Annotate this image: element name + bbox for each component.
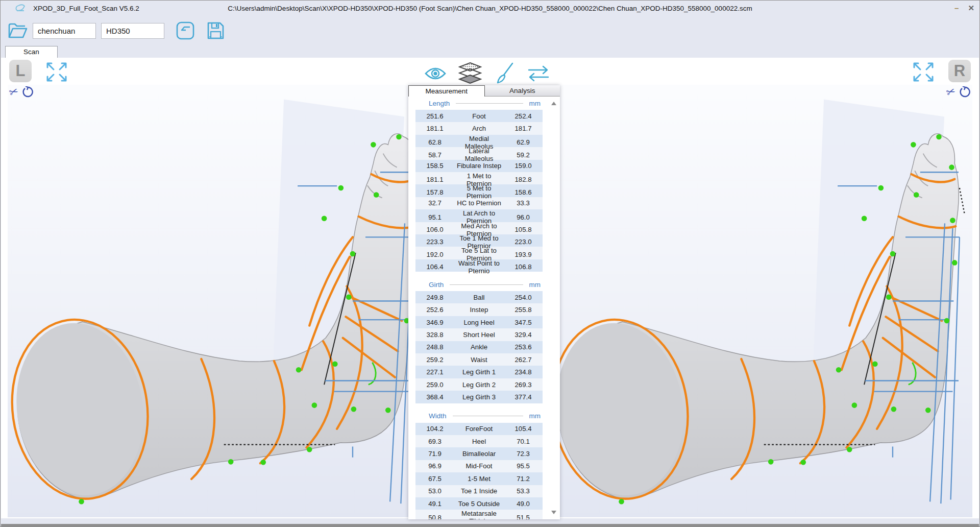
scan-file-icon [176, 21, 195, 40]
measurement-row[interactable]: 248.8Ankle253.6 [415, 341, 543, 353]
left-value: 50.8 [415, 514, 454, 519]
right-value: 181.7 [504, 125, 543, 132]
scroll-up-icon[interactable] [551, 102, 556, 105]
tab-measurement[interactable]: Measurement [408, 85, 485, 97]
right-value: 262.7 [504, 356, 543, 364]
left-value: 192.0 [415, 251, 454, 258]
girth-section: Girth mm 249.8Ball254.0252.6Instep255.83… [408, 279, 560, 403]
measurement-row[interactable]: 328.8Short Heel329.4 [415, 328, 543, 341]
measurement-row[interactable]: 69.3Heel70.1 [415, 435, 543, 447]
measurement-row[interactable]: 49.1Toe 5 Outside49.0 [415, 497, 543, 510]
left-value: 58.7 [415, 151, 454, 159]
measure-name: 5 Met to Pternion [454, 184, 504, 200]
measurement-row[interactable]: 252.6Instep255.8 [415, 303, 543, 316]
swap-arrows-icon [527, 65, 550, 82]
measure-name: Ankle [454, 343, 504, 351]
measurement-row[interactable]: 259.2Waist262.7 [415, 353, 543, 366]
toolbar [1, 16, 979, 45]
scissors-icon[interactable]: ✂ [8, 85, 20, 99]
measurement-row[interactable]: 227.1Leg Girth 1234.8 [415, 366, 543, 378]
measurement-row[interactable]: 192.0Toe 5 Lat to Pternion193.9 [415, 247, 543, 259]
measurement-row[interactable]: 71.9Bimalleolar72.3 [415, 447, 543, 460]
left-value: 157.8 [415, 188, 454, 196]
scroll-down-icon[interactable] [551, 511, 556, 514]
right-value: 234.8 [504, 368, 543, 376]
right-value: 252.4 [504, 112, 543, 120]
right-foot-model[interactable] [549, 85, 971, 517]
tab-analysis[interactable]: Analysis [485, 85, 560, 97]
close-button[interactable]: ✕ [968, 1, 974, 16]
save-button[interactable] [206, 21, 225, 40]
right-value: 106.8 [504, 263, 543, 271]
left-foot-model[interactable] [9, 85, 431, 517]
measurement-row[interactable]: 368.4Leg Girth 3377.4 [415, 391, 543, 403]
swap-button[interactable] [527, 65, 550, 82]
measure-name: Fibulare Instep [454, 162, 504, 170]
brush-button[interactable] [494, 62, 514, 85]
measure-name: Ball [454, 294, 504, 301]
rotate-icon[interactable] [960, 86, 971, 98]
left-value: 106.0 [415, 226, 454, 233]
measurement-row[interactable]: 259.0Leg Girth 2269.3 [415, 378, 543, 391]
width-section: Width mm 104.2ForeFoot105.469.3Heel70.17… [408, 411, 560, 519]
panel-body: Length mm 251.6Foot252.4181.1Arch181.762… [408, 97, 560, 519]
measure-name: Leg Girth 3 [454, 393, 504, 401]
measurement-row[interactable]: 96.9Mid-Foot95.5 [415, 460, 543, 472]
measurement-row[interactable]: 106.0Med Arch to Pternion105.8 [415, 222, 543, 234]
app-window: XPOD_3D_Full_Foot_Scan V5.6.2 C:\Users\a… [0, 0, 980, 527]
measurement-row[interactable]: 346.9Long Heel347.5 [415, 316, 543, 328]
left-value: 259.0 [415, 381, 454, 389]
measurement-row[interactable]: 181.1Arch181.7 [415, 122, 543, 134]
measurement-row[interactable]: 251.6Foot252.4 [415, 110, 543, 122]
main-area: L ✂ [1, 58, 979, 526]
measurement-row[interactable]: 223.3Toe 1 Med to Pternior223.0 [415, 234, 543, 247]
left-value: 71.9 [415, 450, 454, 458]
section-title: Length [429, 100, 450, 107]
measure-name: Toe 5 Outside [454, 500, 504, 508]
measurement-row[interactable]: 106.4Waist Point to Pternio106.8 [415, 259, 543, 272]
measurement-row[interactable]: 104.2ForeFoot105.4 [415, 423, 543, 435]
length-section: Length mm 251.6Foot252.4181.1Arch181.762… [408, 98, 560, 272]
measurement-row[interactable]: 157.85 Met to Pternion158.6 [415, 184, 543, 197]
layers-button[interactable] [458, 62, 482, 85]
right-foot-button[interactable]: R [948, 60, 971, 82]
right-view-controls: R ✂ [912, 60, 971, 98]
left-view-controls: L ✂ [9, 60, 68, 98]
measurement-row[interactable]: 181.11 Met to Pternion182.8 [415, 172, 543, 184]
expand-icon[interactable] [912, 62, 935, 82]
measure-name: Short Heel [454, 331, 504, 339]
measurement-row[interactable]: 67.51-5 Met71.2 [415, 472, 543, 485]
measurement-row[interactable]: 249.8Ball254.0 [415, 291, 543, 303]
measurement-row[interactable]: 53.0Toe 1 Inside53.3 [415, 485, 543, 497]
expand-icon[interactable] [45, 62, 68, 82]
measure-name: Waist [454, 356, 504, 364]
scan-file-button[interactable] [176, 21, 195, 40]
view-tools [425, 62, 550, 85]
rotate-icon[interactable] [22, 86, 34, 98]
device-model-input[interactable] [101, 23, 164, 39]
right-value: 182.8 [504, 176, 543, 183]
measurement-row[interactable]: 62.8Medial Malleolus62.9 [415, 135, 543, 147]
right-value: 254.0 [504, 294, 543, 301]
measure-name: HC to Pternion [454, 199, 504, 207]
right-value: 62.9 [504, 138, 543, 146]
right-value: 33.3 [504, 199, 543, 207]
tab-bar: Scan [1, 45, 979, 58]
minimize-button[interactable]: – [954, 1, 959, 16]
patient-name-input[interactable] [33, 23, 96, 39]
show-hide-button[interactable] [425, 66, 446, 81]
measurement-row[interactable]: 58.7Lateral Malleolus59.2 [415, 147, 543, 159]
left-value: 95.1 [415, 213, 454, 221]
right-value: 53.3 [504, 487, 543, 495]
open-folder-button[interactable] [7, 21, 28, 40]
left-value: 249.8 [415, 294, 454, 301]
measure-name: Heel [454, 438, 504, 445]
measurement-row[interactable]: 50.8Metatarsale Tibiale51.5 [415, 510, 543, 519]
measurement-row[interactable]: 95.1Lat Arch to Pternion96.0 [415, 209, 543, 222]
left-value: 181.1 [415, 125, 454, 132]
tab-scan[interactable]: Scan [5, 46, 58, 58]
scissors-icon[interactable]: ✂ [945, 85, 957, 99]
right-value: 159.0 [504, 162, 543, 170]
app-foot-icon [15, 3, 28, 14]
left-foot-button[interactable]: L [9, 60, 32, 82]
